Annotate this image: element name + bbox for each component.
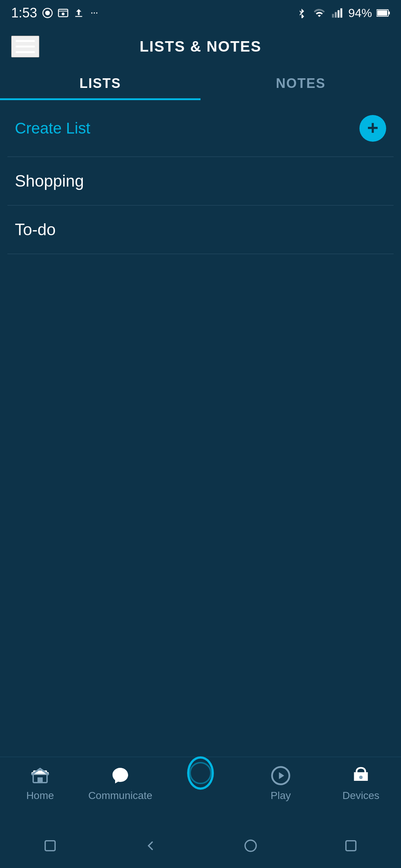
devices-nav-icon: [348, 765, 374, 787]
square-nav-button[interactable]: [35, 831, 65, 861]
list-item-name-todo: To-do: [15, 220, 56, 239]
system-navigation: [0, 823, 401, 868]
svg-rect-12: [340, 9, 342, 18]
svg-point-1: [45, 11, 50, 16]
status-icons: [41, 6, 101, 20]
hamburger-line-2: [16, 46, 35, 47]
hamburger-line-3: [16, 51, 35, 53]
create-list-label: Create List: [15, 119, 90, 137]
svg-rect-11: [338, 10, 339, 18]
alexa-ring: [187, 756, 214, 790]
svg-rect-25: [346, 841, 356, 851]
battery-icon: [376, 6, 390, 20]
signal-icon: [330, 6, 344, 20]
bottom-navigation: Home Communicate Play: [0, 757, 401, 823]
svg-rect-5: [75, 16, 82, 17]
nav-label-communicate: Communicate: [88, 790, 153, 802]
status-time: 1:53: [11, 5, 37, 21]
nav-label-play: Play: [271, 790, 291, 802]
notification-icon: [41, 6, 54, 20]
list-item-name-shopping: Shopping: [15, 172, 84, 190]
create-list-button[interactable]: +: [359, 115, 386, 142]
tab-notes[interactable]: NOTES: [200, 67, 401, 100]
more-icon: [88, 6, 101, 20]
hamburger-line-1: [16, 40, 35, 42]
divider-3: [7, 254, 394, 254]
back-nav-button[interactable]: [136, 831, 165, 861]
create-list-row[interactable]: Create List +: [0, 100, 401, 157]
play-nav-icon: [267, 765, 294, 787]
tab-lists[interactable]: LISTS: [0, 67, 200, 100]
page-title: LISTS & NOTES: [140, 38, 261, 55]
communicate-nav-icon: [107, 765, 134, 787]
nav-label-home: Home: [26, 790, 54, 802]
svg-point-6: [91, 12, 92, 13]
svg-point-24: [245, 840, 256, 851]
svg-rect-15: [377, 10, 387, 16]
list-item-shopping[interactable]: Shopping: [0, 157, 401, 205]
home-nav-icon: [27, 765, 53, 787]
tab-bar: LISTS NOTES: [0, 67, 401, 100]
nav-item-communicate[interactable]: Communicate: [80, 765, 160, 802]
battery-percent: 94%: [348, 6, 372, 20]
svg-rect-14: [389, 11, 390, 14]
svg-rect-10: [335, 12, 337, 18]
nav-item-devices[interactable]: Devices: [321, 765, 401, 802]
svg-point-7: [94, 12, 95, 13]
svg-point-8: [96, 12, 97, 13]
alexa-ring-inner: [189, 762, 212, 784]
svg-rect-23: [45, 841, 55, 851]
recents-nav-button[interactable]: [336, 831, 366, 861]
svg-point-4: [62, 13, 65, 16]
home-nav-button[interactable]: [236, 831, 265, 861]
nav-label-devices: Devices: [342, 790, 379, 802]
svg-rect-19: [38, 777, 43, 783]
status-bar-left: 1:53: [11, 5, 101, 21]
wifi-icon: [313, 6, 326, 20]
svg-point-22: [359, 776, 362, 779]
alexa-nav-icon: [187, 765, 214, 787]
status-bar-right: 94%: [295, 6, 390, 20]
upload-icon: [72, 6, 85, 20]
nav-item-home[interactable]: Home: [0, 765, 80, 802]
nav-item-alexa[interactable]: [160, 765, 241, 787]
svg-marker-21: [279, 772, 284, 779]
main-content: Create List + Shopping To-do: [0, 100, 401, 757]
bluetooth-icon: [295, 6, 308, 20]
menu-button[interactable]: [11, 36, 39, 57]
list-item-todo[interactable]: To-do: [0, 206, 401, 254]
plus-icon: +: [367, 118, 378, 137]
app-header: LISTS & NOTES: [0, 26, 401, 67]
svg-rect-9: [332, 14, 334, 18]
screenshot-icon: [56, 6, 70, 20]
nav-item-play[interactable]: Play: [241, 765, 321, 802]
status-bar: 1:53: [0, 0, 401, 26]
